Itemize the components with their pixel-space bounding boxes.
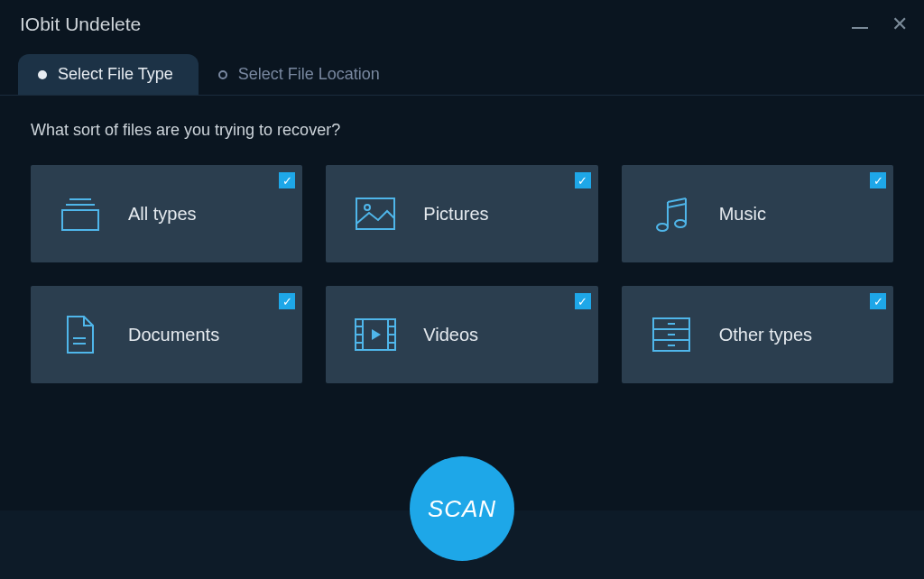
svg-line-10 (668, 204, 686, 207)
checkbox-videos[interactable]: ✓ (575, 293, 591, 309)
svg-point-6 (675, 220, 686, 227)
card-music[interactable]: ✓ Music (622, 165, 893, 262)
content: What sort of files are you trying to rec… (0, 96, 924, 383)
picture-icon (353, 194, 398, 234)
window-controls: ✕ (852, 14, 908, 34)
tab-select-file-type[interactable]: Select File Type (18, 54, 199, 95)
prompt-text: What sort of files are you trying to rec… (31, 121, 893, 140)
music-icon (649, 194, 694, 234)
file-type-grid: ✓ All types ✓ Pictures ✓ (31, 165, 893, 383)
video-icon (353, 315, 398, 354)
title-bar: IObit Undelete ✕ (0, 0, 924, 45)
other-types-icon (649, 315, 694, 354)
svg-point-5 (657, 224, 668, 231)
card-label: All types (128, 204, 197, 225)
document-icon (58, 315, 103, 354)
svg-marker-22 (372, 329, 381, 340)
tabs: Select File Type Select File Location (0, 45, 924, 96)
tab-indicator-inactive-icon (218, 70, 227, 79)
checkbox-all-types[interactable]: ✓ (279, 172, 295, 188)
card-all-types[interactable]: ✓ All types (31, 165, 302, 262)
card-label: Pictures (423, 204, 488, 225)
svg-line-9 (668, 198, 686, 202)
card-label: Documents (128, 325, 219, 345)
card-label: Other types (719, 325, 812, 345)
card-videos[interactable]: ✓ Videos (326, 286, 597, 383)
scan-button[interactable]: SCAN (410, 456, 514, 561)
card-other-types[interactable]: ✓ Other types (622, 286, 893, 383)
all-types-icon (58, 194, 103, 234)
checkbox-documents[interactable]: ✓ (279, 293, 295, 309)
checkbox-music[interactable]: ✓ (870, 172, 886, 188)
card-label: Videos (423, 325, 478, 345)
svg-rect-0 (62, 210, 98, 230)
checkbox-pictures[interactable]: ✓ (575, 172, 591, 188)
close-button[interactable]: ✕ (892, 14, 908, 34)
svg-point-4 (365, 205, 370, 210)
tab-label: Select File Type (58, 65, 173, 84)
card-label: Music (719, 204, 766, 225)
tab-select-file-location[interactable]: Select File Location (199, 54, 405, 95)
checkbox-other-types[interactable]: ✓ (870, 293, 886, 309)
card-documents[interactable]: ✓ Documents (31, 286, 302, 383)
app-title: IObit Undelete (20, 14, 141, 35)
minimize-button[interactable] (852, 27, 868, 29)
card-pictures[interactable]: ✓ Pictures (326, 165, 597, 262)
tab-label: Select File Location (238, 65, 380, 84)
tab-indicator-active-icon (38, 70, 47, 79)
